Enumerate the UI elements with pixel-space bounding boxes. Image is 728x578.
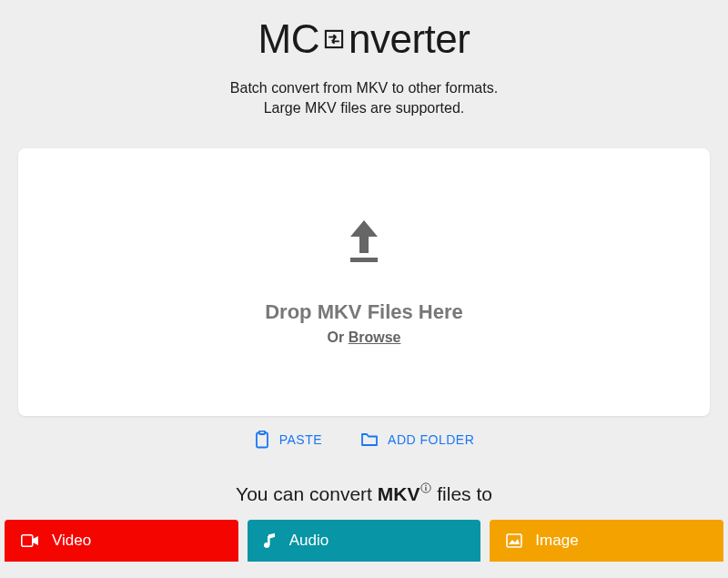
- add-folder-button[interactable]: ADD FOLDER: [360, 431, 474, 449]
- logo-text-right: nverter: [349, 16, 470, 62]
- convert-heading: You can convert MKV files to: [0, 476, 728, 505]
- tab-audio-label: Audio: [289, 532, 329, 550]
- clipboard-icon: [254, 431, 270, 449]
- convert-suffix: files to: [431, 483, 492, 504]
- tab-video[interactable]: Video: [5, 520, 238, 562]
- browse-link[interactable]: Browse: [349, 330, 401, 345]
- svg-rect-10: [507, 534, 521, 547]
- upload-icon: [343, 218, 385, 266]
- svg-rect-3: [259, 431, 265, 434]
- site-logo[interactable]: MC nverter: [258, 16, 470, 62]
- tab-video-label: Video: [52, 532, 91, 550]
- browse-line: Or Browse: [328, 330, 401, 346]
- dropzone[interactable]: Drop MKV Files Here Or Browse: [18, 148, 710, 416]
- add-folder-label: ADD FOLDER: [388, 432, 474, 447]
- drop-text: Drop MKV Files Here: [265, 300, 463, 324]
- info-icon[interactable]: [420, 476, 431, 498]
- svg-rect-7: [22, 535, 33, 546]
- svg-point-5: [426, 484, 428, 486]
- paste-label: PASTE: [279, 432, 322, 447]
- convert-arrows-icon: [321, 26, 347, 52]
- svg-rect-1: [350, 258, 378, 262]
- tab-audio[interactable]: Audio: [248, 520, 481, 562]
- tab-image[interactable]: Image: [490, 520, 723, 562]
- tagline: Batch convert from MKV to other formats.…: [0, 78, 728, 119]
- convert-prefix: You can convert: [236, 483, 378, 504]
- music-note-icon: [264, 532, 277, 549]
- logo-text-left: MC: [258, 16, 319, 62]
- svg-rect-9: [268, 534, 270, 545]
- convert-format: MKV: [378, 483, 420, 504]
- paste-button[interactable]: PASTE: [254, 431, 322, 449]
- video-camera-icon: [21, 534, 39, 547]
- image-icon: [506, 533, 522, 548]
- or-text: Or: [328, 330, 349, 345]
- folder-icon: [360, 431, 379, 448]
- tagline-line1: Batch convert from MKV to other formats.: [0, 78, 728, 98]
- tab-image-label: Image: [535, 532, 578, 550]
- tagline-line2: Large MKV files are supported.: [0, 98, 728, 118]
- svg-rect-6: [426, 487, 427, 491]
